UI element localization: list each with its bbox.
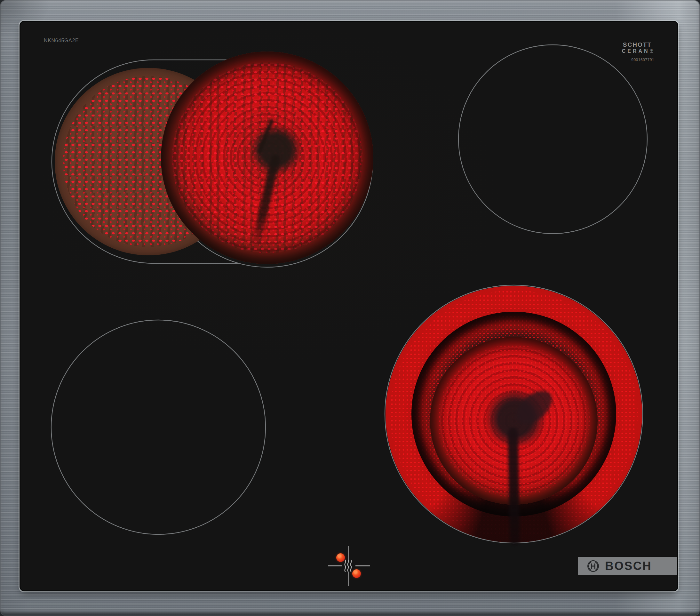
- bosch-emblem-icon: [586, 559, 600, 573]
- alignment-cross-top: [348, 546, 349, 560]
- serial-number: 9001607791: [631, 58, 654, 62]
- heat-dot-front: [352, 569, 361, 578]
- heat-dot-rear: [336, 553, 345, 562]
- schott-ceran-logo: SCHOTT CERAN®: [622, 41, 653, 54]
- schott-wordmark: SCHOTT: [622, 41, 653, 48]
- bosch-badge: BOSCH: [578, 557, 677, 575]
- inner-element-lead: [508, 428, 520, 546]
- bosch-wordmark: BOSCH: [605, 559, 652, 573]
- alignment-cross-bottom: [348, 572, 349, 586]
- zone-front-left-outline: [51, 320, 265, 534]
- model-number: NKN645GA2E: [44, 38, 79, 44]
- ceran-wordmark: CERAN®: [622, 49, 653, 54]
- hob-product-image: NKN645GA2E SCHOTT CERAN® 9001607791: [0, 0, 700, 616]
- alignment-cross-right: [355, 565, 370, 566]
- registered-mark: ®: [650, 49, 653, 53]
- ceramic-glass-surface: NKN645GA2E SCHOTT CERAN® 9001607791: [21, 22, 677, 590]
- zone-rear-right-outline: [459, 45, 647, 234]
- alignment-cross-left: [328, 565, 342, 566]
- residual-heat-icon: [343, 559, 354, 572]
